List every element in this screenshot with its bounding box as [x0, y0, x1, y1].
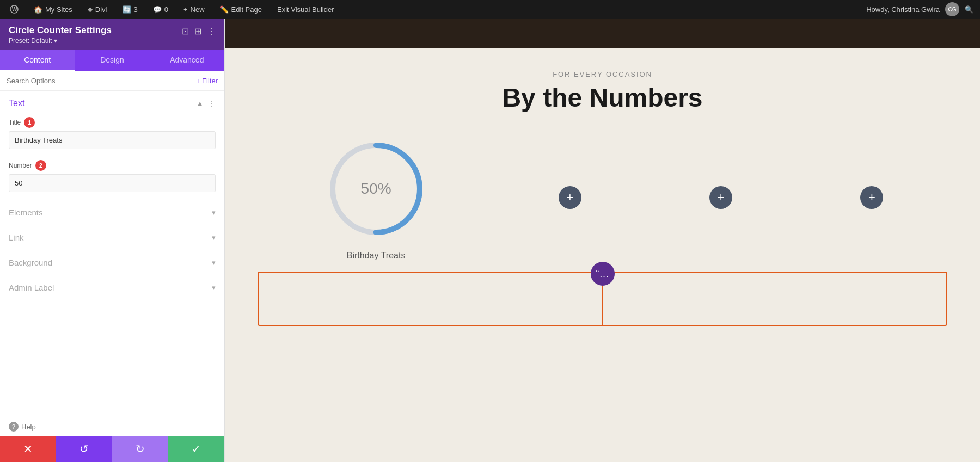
- comments-icon: 🔄: [122, 5, 131, 14]
- elements-chevron: ▾: [212, 208, 216, 217]
- edit-page-label: Edit Page: [231, 5, 262, 14]
- occasion-subtitle: FOR EVERY OCCASION: [258, 70, 947, 78]
- circle-counter-1: 50% Birthday Treats: [322, 134, 431, 261]
- main-title: By the Numbers: [258, 83, 947, 113]
- restore-icon[interactable]: ⊡: [182, 26, 189, 36]
- admin-bar: W 🏠 My Sites ◆ Divi 🔄 3 💬 0 + New ✏️ Edi…: [0, 0, 980, 19]
- my-sites-item[interactable]: 🏠 My Sites: [30, 0, 76, 19]
- filter-label: + Filter: [196, 77, 218, 85]
- pencil-icon: ✏️: [220, 5, 229, 14]
- number-badge: 2: [35, 160, 46, 171]
- title-field-group: Title 1: [0, 114, 224, 157]
- home-icon: 🏠: [34, 5, 42, 14]
- exit-builder-label: Exit Visual Builder: [277, 5, 334, 14]
- feedback-count: 0: [164, 5, 168, 14]
- canvas-dark-bar: [225, 19, 980, 48]
- sidebar-header-text: Circle Counter Settings Preset: Default …: [9, 25, 112, 45]
- exit-builder-button[interactable]: Exit Visual Builder: [274, 0, 338, 19]
- divi-label: Divi: [95, 5, 107, 14]
- undo-button[interactable]: ↺: [56, 436, 112, 462]
- elements-section: Elements ▾: [0, 200, 224, 225]
- quote-bubble[interactable]: “…: [591, 262, 615, 286]
- admin-label-chevron: ▾: [212, 284, 216, 292]
- redo-button[interactable]: ↻: [112, 436, 168, 462]
- sidebar-tabs: Content Design Advanced: [0, 50, 224, 71]
- tab-design-label: Design: [100, 56, 124, 64]
- title-label-text: Title: [9, 119, 21, 126]
- link-chevron: ▾: [212, 233, 216, 242]
- feedback-item[interactable]: 💬 0: [150, 0, 171, 19]
- help-label: Help: [21, 423, 36, 431]
- testimonial-right: [602, 273, 947, 325]
- add-counter-button-3[interactable]: +: [860, 186, 883, 209]
- text-section-header: Text ▲ ⋮: [0, 91, 224, 114]
- counter-title: Birthday Treats: [347, 251, 406, 261]
- save-button[interactable]: ✓: [168, 436, 224, 462]
- comments-item[interactable]: 🔄 3: [119, 0, 141, 19]
- background-header[interactable]: Background ▾: [0, 250, 224, 275]
- admin-label-section: Admin Label ▾: [0, 275, 224, 300]
- tab-design[interactable]: Design: [75, 50, 149, 71]
- svg-text:W: W: [12, 7, 17, 13]
- number-label-text: Number: [9, 162, 32, 169]
- panel-icon[interactable]: ⊞: [194, 26, 201, 36]
- background-section: Background ▾: [0, 250, 224, 275]
- tab-advanced-label: Advanced: [170, 56, 204, 64]
- speech-icon: 💬: [153, 5, 162, 14]
- my-sites-label: My Sites: [45, 5, 72, 14]
- sidebar-footer: ? Help: [0, 417, 224, 436]
- sidebar: Circle Counter Settings Preset: Default …: [0, 19, 225, 462]
- sidebar-header: Circle Counter Settings Preset: Default …: [0, 19, 224, 50]
- action-buttons: ✕ ↺ ↻ ✓: [0, 436, 224, 462]
- search-icon[interactable]: 🔍: [965, 5, 973, 14]
- title-label: Title 1: [9, 117, 216, 128]
- search-input[interactable]: [7, 77, 192, 85]
- wp-logo[interactable]: W: [7, 0, 22, 19]
- add-counter-button-1[interactable]: +: [559, 186, 581, 209]
- edit-page-button[interactable]: ✏️ Edit Page: [217, 0, 265, 19]
- avatar[interactable]: CG: [945, 2, 959, 16]
- testimonial-left: [259, 273, 602, 325]
- background-chevron: ▾: [212, 258, 216, 267]
- more-icon[interactable]: ⋮: [208, 99, 216, 108]
- sidebar-header-icons: ⊡ ⊞ ⋮: [182, 26, 216, 36]
- admin-label-header[interactable]: Admin Label ▾: [0, 275, 224, 300]
- number-input[interactable]: [9, 174, 216, 192]
- sidebar-preset[interactable]: Preset: Default ▾: [9, 37, 112, 45]
- sidebar-title: Circle Counter Settings: [9, 25, 112, 36]
- elements-label: Elements: [9, 208, 43, 217]
- testimonial-section: “…: [258, 272, 947, 326]
- canvas: FOR EVERY OCCASION By the Numbers 50%: [225, 19, 980, 462]
- link-header[interactable]: Link ▾: [0, 225, 224, 250]
- elements-header[interactable]: Elements ▾: [0, 200, 224, 225]
- help-icon: ?: [9, 422, 19, 432]
- comments-count: 3: [134, 5, 138, 14]
- new-label: New: [191, 5, 205, 14]
- counters-row: 50% Birthday Treats + + +: [258, 134, 947, 261]
- number-label: Number 2: [9, 160, 216, 171]
- user-greeting: Howdy, Christina Gwira: [866, 5, 940, 14]
- circle-percentage: 50%: [361, 180, 391, 198]
- divi-item[interactable]: ◆ Divi: [84, 0, 111, 19]
- admin-bar-right: Howdy, Christina Gwira CG 🔍: [866, 2, 973, 16]
- collapse-icon[interactable]: ▲: [196, 99, 204, 108]
- tab-content-label: Content: [24, 56, 51, 64]
- help-button[interactable]: ? Help: [9, 422, 36, 432]
- main-layout: Circle Counter Settings Preset: Default …: [0, 19, 980, 462]
- plus-icon: +: [183, 5, 188, 14]
- quote-icon: “…: [596, 268, 609, 280]
- canvas-content: FOR EVERY OCCASION By the Numbers 50%: [225, 48, 980, 348]
- more-options-icon[interactable]: ⋮: [207, 26, 216, 36]
- tab-content[interactable]: Content: [0, 50, 75, 71]
- title-input[interactable]: [9, 131, 216, 149]
- text-section-title: Text: [9, 98, 24, 108]
- add-counter-button-2[interactable]: +: [709, 186, 732, 209]
- wordpress-icon: W: [10, 5, 19, 14]
- filter-button[interactable]: + Filter: [196, 77, 218, 85]
- admin-label-label: Admin Label: [9, 283, 54, 292]
- tab-advanced[interactable]: Advanced: [150, 50, 224, 71]
- new-button[interactable]: + New: [180, 0, 208, 19]
- circle-svg-wrap: 50%: [322, 134, 431, 243]
- sidebar-content: Text ▲ ⋮ Title 1 Number 2: [0, 91, 224, 417]
- cancel-button[interactable]: ✕: [0, 436, 56, 462]
